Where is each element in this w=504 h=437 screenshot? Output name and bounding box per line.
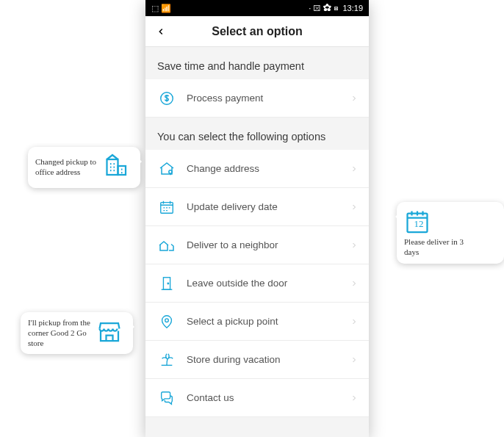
row-deliver-neighbor[interactable]: Deliver to a neighbor	[145, 226, 369, 264]
row-contact-us[interactable]: Contact us	[145, 379, 369, 417]
annotation-text: Please deliver in 3 days	[404, 237, 470, 258]
row-label: Process payment	[187, 93, 350, 104]
status-left-icons: ⬚ 📶	[151, 4, 171, 13]
row-label: Store during vacation	[187, 354, 350, 365]
dollar-circle-icon	[157, 89, 176, 108]
chevron-right-icon	[350, 316, 359, 328]
chevron-right-icon	[350, 163, 359, 175]
door-icon	[157, 274, 176, 293]
map-pin-icon	[157, 312, 176, 331]
houses-icon	[157, 236, 176, 255]
chevron-left-icon	[156, 26, 166, 37]
chevron-right-icon	[350, 392, 359, 404]
row-label: Leave outside the door	[187, 278, 350, 289]
status-bar: ⬚ 📶 · ⮽ ✿ ▣ 13:19	[145, 0, 369, 16]
chat-icon	[157, 389, 176, 408]
row-leave-outside[interactable]: Leave outside the door	[145, 264, 369, 303]
calendar-icon	[157, 198, 176, 217]
calendar-number: 12	[404, 218, 433, 230]
svg-point-5	[165, 318, 169, 322]
row-label: Change address	[187, 163, 350, 174]
row-store-vacation[interactable]: Store during vacation	[145, 341, 369, 379]
annotation-text: I'll pickup from the corner Good 2 Go st…	[28, 318, 94, 348]
status-right-icons: · ⮽ ✿ ▣	[309, 4, 338, 12]
row-change-address[interactable]: Change address	[145, 150, 369, 188]
section-options-label: You can select the following options	[145, 118, 369, 150]
row-update-date[interactable]: Update delivery date	[145, 188, 369, 226]
chevron-right-icon	[350, 278, 359, 289]
back-button[interactable]	[145, 16, 176, 47]
svg-rect-7	[118, 166, 126, 175]
svg-rect-6	[107, 159, 118, 175]
row-label: Update delivery date	[187, 201, 350, 212]
annotation-delivery-date: 12 Please deliver in 3 days	[397, 202, 504, 264]
svg-point-1	[169, 170, 172, 173]
annotation-text: Changed pickup to office address	[35, 157, 101, 178]
phone-frame: ⬚ 📶 · ⮽ ✿ ▣ 13:19 Select an option Save …	[145, 0, 369, 437]
calendar-date-icon: 12	[404, 208, 433, 237]
chevron-right-icon	[350, 239, 359, 251]
row-label: Deliver to a neighbor	[187, 239, 350, 250]
chevron-right-icon	[350, 201, 359, 213]
chevron-right-icon	[350, 93, 359, 104]
palm-icon	[157, 350, 176, 369]
row-label: Select a pickup point	[187, 316, 350, 327]
row-label: Contact us	[187, 392, 350, 403]
shop-icon	[96, 319, 126, 348]
page-title: Select an option	[145, 25, 369, 38]
annotation-pickup-store: I'll pickup from the corner Good 2 Go st…	[21, 312, 133, 354]
row-process-payment[interactable]: Process payment	[145, 79, 369, 118]
row-pickup-point[interactable]: Select a pickup point	[145, 303, 369, 341]
house-pin-icon	[157, 159, 176, 178]
section-payment-label: Save time and handle payment	[145, 47, 369, 79]
options-list: Save time and handle payment Process pay…	[145, 47, 369, 437]
chevron-right-icon	[350, 354, 359, 366]
office-building-icon	[104, 153, 133, 182]
annotation-change-address: Changed pickup to office address	[28, 147, 140, 188]
svg-point-4	[168, 283, 168, 283]
status-time: 13:19	[342, 4, 363, 12]
app-header: Select an option	[145, 16, 369, 47]
